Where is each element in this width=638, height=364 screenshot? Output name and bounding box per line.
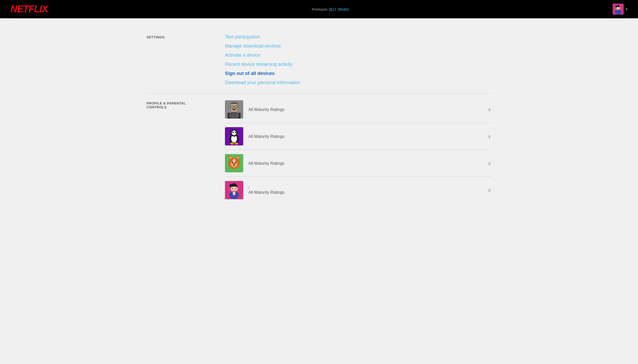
profile-info-girl: /All Maturity Ratings — [248, 185, 488, 195]
profile-info-fox: All Maturity Ratings — [248, 161, 488, 166]
profile-chevron-girl[interactable]: ∨ — [488, 187, 491, 193]
svg-point-24 — [233, 132, 234, 133]
settings-link-sign-out-all-devices[interactable]: Sign out of all devices — [225, 71, 491, 76]
profiles-section-label: PROFILE & PARENTALCONTROLS — [147, 96, 225, 203]
svg-point-4 — [619, 8, 620, 9]
profile-chevron-fox[interactable]: ∨ — [488, 160, 491, 166]
profile-item-girl[interactable]: /All Maturity Ratings∨ — [225, 177, 491, 203]
profile-maturity-man: All Maturity Ratings — [248, 107, 488, 112]
avatar[interactable] — [613, 4, 624, 15]
svg-point-39 — [236, 162, 236, 162]
settings-link-download-personal-info[interactable]: Download your personal information — [225, 80, 491, 85]
main-content: SETTINGS Test participationManage downlo… — [136, 19, 502, 214]
profile-avatar-man — [225, 100, 243, 119]
account-chevron-icon[interactable]: ▾ — [626, 7, 628, 11]
header: NETFLIX Premium ($17.35/40) ▾ — [0, 0, 638, 18]
svg-point-3 — [616, 8, 617, 9]
svg-point-27 — [230, 143, 234, 145]
svg-point-28 — [234, 143, 238, 145]
profile-maturity-girl: All Maturity Ratings — [248, 190, 488, 195]
svg-point-40 — [233, 163, 235, 165]
svg-point-2 — [615, 9, 622, 15]
profile-maturity-fox: All Maturity Ratings — [248, 161, 488, 166]
profile-avatar-girl — [225, 181, 243, 199]
svg-point-45 — [232, 188, 233, 189]
profiles-section: PROFILE & PARENTALCONTROLS All Maturity … — [147, 93, 491, 206]
svg-point-46 — [235, 188, 236, 189]
plan-info: Premium ($17.35/40) — [312, 7, 349, 11]
header-right: ▾ — [613, 4, 628, 15]
settings-section: SETTINGS Test participationManage downlo… — [147, 26, 491, 93]
profile-item-fox[interactable]: All Maturity Ratings∨ — [225, 150, 491, 177]
settings-link-activate-device[interactable]: Activate a device — [225, 52, 491, 58]
profile-info-man: All Maturity Ratings — [248, 107, 488, 112]
svg-point-41 — [233, 158, 235, 163]
profile-item-penguin[interactable]: All Maturity Ratings∨ — [225, 123, 491, 150]
profile-sub-girl: / — [248, 185, 488, 190]
profile-avatar-penguin — [225, 127, 243, 145]
profiles-list: All Maturity Ratings∨ All Maturity Ratin… — [225, 96, 491, 203]
profile-chevron-man[interactable]: ∨ — [488, 106, 491, 113]
settings-link-recent-device-streaming[interactable]: Recent device streaming activity — [225, 62, 491, 67]
svg-rect-47 — [233, 191, 235, 195]
plan-prefix: Premium — [312, 7, 328, 11]
settings-label: SETTINGS — [147, 34, 225, 85]
profile-info-penguin: All Maturity Ratings — [248, 134, 488, 139]
profile-avatar-fox — [225, 154, 243, 172]
svg-point-25 — [235, 132, 236, 133]
profile-chevron-penguin[interactable]: ∨ — [488, 133, 491, 139]
svg-rect-13 — [233, 103, 235, 104]
profile-maturity-penguin: All Maturity Ratings — [248, 134, 488, 139]
netflix-logo: NETFLIX — [10, 4, 48, 15]
svg-point-38 — [233, 162, 233, 162]
settings-link-manage-download-devices[interactable]: Manage download devices — [225, 43, 491, 49]
settings-link-test-participation[interactable]: Test participation — [225, 34, 491, 40]
plan-link[interactable]: ($17.35/40) — [329, 7, 349, 11]
profile-item-man[interactable]: All Maturity Ratings∨ — [225, 96, 491, 123]
settings-links: Test participationManage download device… — [225, 34, 491, 85]
